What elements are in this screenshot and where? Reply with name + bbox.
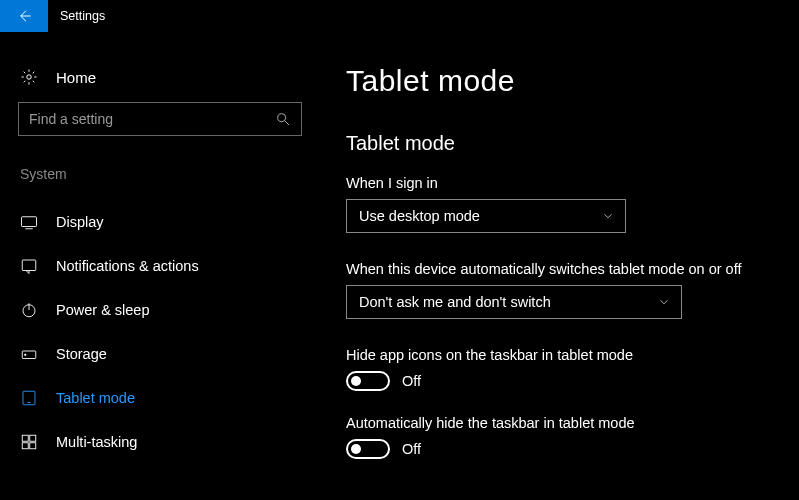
auto-switch-select[interactable]: Don't ask me and don't switch — [346, 285, 682, 319]
page-title: Tablet mode — [346, 64, 775, 98]
sign-in-select[interactable]: Use desktop mode — [346, 199, 626, 233]
body: Home System Display Noti — [0, 32, 799, 500]
svg-rect-5 — [22, 260, 36, 271]
svg-rect-15 — [30, 443, 36, 449]
category-label: System — [0, 166, 320, 200]
auto-hide-taskbar-state: Off — [402, 441, 421, 457]
search-wrap — [0, 102, 320, 166]
power-icon — [20, 301, 38, 319]
back-button[interactable] — [0, 0, 48, 32]
svg-rect-14 — [22, 443, 28, 449]
sidebar-item-label: Power & sleep — [56, 302, 150, 318]
sign-in-label: When I sign in — [346, 175, 775, 191]
sidebar-item-label: Multi-tasking — [56, 434, 137, 450]
sidebar: Home System Display Noti — [0, 32, 320, 500]
search-box[interactable] — [18, 102, 302, 136]
sidebar-item-display[interactable]: Display — [0, 200, 320, 244]
svg-point-0 — [27, 75, 32, 80]
storage-icon — [20, 345, 38, 363]
sign-in-value: Use desktop mode — [359, 208, 480, 224]
section-title: Tablet mode — [346, 132, 775, 155]
sidebar-item-notifications[interactable]: Notifications & actions — [0, 244, 320, 288]
auto-switch-value: Don't ask me and don't switch — [359, 294, 551, 310]
arrow-left-icon — [16, 8, 32, 24]
svg-rect-3 — [22, 217, 37, 227]
sidebar-item-power-sleep[interactable]: Power & sleep — [0, 288, 320, 332]
hide-icons-toggle-row: Off — [346, 371, 775, 391]
main-panel: Tablet mode Tablet mode When I sign in U… — [320, 32, 799, 500]
svg-line-2 — [285, 121, 289, 125]
display-icon — [20, 213, 38, 231]
svg-rect-13 — [30, 435, 36, 441]
sidebar-item-label: Tablet mode — [56, 390, 135, 406]
search-icon — [275, 111, 291, 127]
auto-hide-taskbar-label: Automatically hide the taskbar in tablet… — [346, 415, 775, 431]
hide-icons-label: Hide app icons on the taskbar in tablet … — [346, 347, 775, 363]
svg-point-9 — [25, 354, 27, 356]
auto-hide-taskbar-toggle[interactable] — [346, 439, 390, 459]
home-button[interactable]: Home — [0, 60, 320, 102]
hide-icons-toggle[interactable] — [346, 371, 390, 391]
svg-rect-12 — [22, 435, 28, 441]
gear-icon — [20, 68, 38, 86]
notifications-icon — [20, 257, 38, 275]
nav-list: Display Notifications & actions Power & … — [0, 200, 320, 464]
search-input[interactable] — [29, 111, 275, 127]
sidebar-item-storage[interactable]: Storage — [0, 332, 320, 376]
sidebar-item-tablet-mode[interactable]: Tablet mode — [0, 376, 320, 420]
toggle-knob — [351, 444, 361, 454]
app-title: Settings — [48, 9, 105, 23]
sidebar-item-label: Storage — [56, 346, 107, 362]
hide-icons-state: Off — [402, 373, 421, 389]
multitasking-icon — [20, 433, 38, 451]
auto-hide-taskbar-toggle-row: Off — [346, 439, 775, 459]
tablet-icon — [20, 389, 38, 407]
home-label: Home — [56, 69, 96, 86]
chevron-down-icon — [601, 209, 615, 223]
auto-switch-label: When this device automatically switches … — [346, 261, 775, 277]
sidebar-item-label: Notifications & actions — [56, 258, 199, 274]
titlebar: Settings — [0, 0, 799, 32]
svg-point-1 — [278, 114, 286, 122]
toggle-knob — [351, 376, 361, 386]
sidebar-item-label: Display — [56, 214, 104, 230]
sidebar-item-multitasking[interactable]: Multi-tasking — [0, 420, 320, 464]
chevron-down-icon — [657, 295, 671, 309]
